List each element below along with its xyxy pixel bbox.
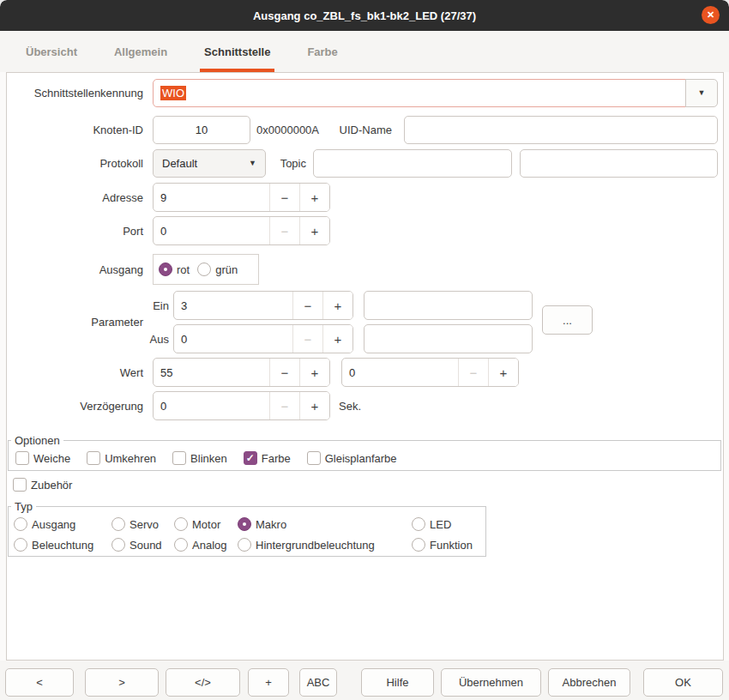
checkbox-weiche[interactable]: Weiche [15,451,70,465]
adresse-increment-button[interactable]: + [299,184,329,211]
verzoegerung-increment-button[interactable]: + [299,392,329,419]
radio-label: Analog [192,539,226,552]
verzoegerung-spinbutton[interactable]: 0 − + [153,391,330,420]
adresse-value[interactable]: 9 [154,184,269,211]
schnittstellenkennung-value: WIO [160,86,186,100]
radio-beleuchtung[interactable]: Beleuchtung [14,538,111,552]
parameter-ein-increment-button[interactable]: + [322,292,352,319]
parameter-more-button[interactable]: ... [542,305,593,335]
wert-value-1[interactable]: 55 [154,359,269,386]
abc-button[interactable]: ABC [299,668,337,697]
parameter-ein-value[interactable]: 3 [174,292,292,319]
checkbox-blinken[interactable]: Blinken [172,451,227,465]
abbrechen-button[interactable]: Abbrechen [548,668,630,697]
adresse-spinbutton[interactable]: 9 − + [153,183,330,212]
adresse-decrement-button[interactable]: − [269,184,299,211]
checkbox-farbe[interactable]: ✓ Farbe [244,451,291,465]
hilfe-button[interactable]: Hilfe [361,668,434,697]
parameter-aus-label: Aus [117,324,169,353]
radio-icon [14,538,27,552]
wert-spinbutton-1[interactable]: 55 − + [153,358,330,387]
verzoegerung-value[interactable]: 0 [154,392,269,419]
ok-button[interactable]: OK [643,668,723,697]
knoten-id-input[interactable]: 10 [153,116,250,144]
prev-button[interactable]: < [5,668,74,697]
radio-motor[interactable]: Motor [174,517,238,531]
checkbox-zubehoer[interactable]: Zubehör [13,478,72,492]
checkbox-gleisplanfarbe[interactable]: Gleisplanfarbe [307,451,397,465]
uebernehmen-button[interactable]: Übernehmen [441,668,541,697]
tab-uebersicht[interactable]: Übersicht [21,31,81,72]
parameter-aus-spinbutton[interactable]: 0 − + [173,324,353,353]
optionen-legend: Optionen [11,434,63,447]
radio-icon [174,538,188,552]
radio-sound[interactable]: Sound [111,538,174,552]
checkbox-umkehren[interactable]: Umkehren [87,451,156,465]
wert-1-increment-button[interactable]: + [299,359,329,386]
port-spinbutton[interactable]: 0 − + [153,216,330,245]
uid-name-input[interactable] [404,116,718,144]
minus-icon: − [470,365,478,380]
radio-label: Motor [192,518,220,531]
wert-value-2[interactable]: 0 [342,359,458,386]
tab-schnittstelle[interactable]: Schnittstelle [200,31,274,72]
knoten-id-label: Knoten-ID [7,116,143,144]
wert-spinbutton-2[interactable]: 0 − + [341,358,519,387]
radio-led[interactable]: LED [412,517,473,531]
ausgang-radio-group: rot grün [153,254,259,285]
uid-name-label: UID-Name [326,116,392,144]
wert-2-decrement-button[interactable]: − [458,359,488,386]
radio-servo[interactable]: Servo [111,517,174,531]
radio-label: Funktion [430,539,473,552]
close-button[interactable]: ✕ [702,6,720,24]
window-title: Ausgang co_ZBL_fs_bk1-bk2_LED (27/37) [253,9,476,22]
radio-label: grün [215,263,238,276]
tab-allgemein[interactable]: Allgemein [110,31,172,72]
port-increment-button[interactable]: + [299,217,329,244]
topic-extra-input[interactable] [520,149,718,178]
port-decrement-button[interactable]: − [269,217,299,244]
wert-label: Wert [7,358,143,387]
typ-legend: Typ [11,500,36,513]
parameter-ein-spinbutton[interactable]: 3 − + [173,291,353,320]
radio-label: Ausgang [32,518,75,531]
checkbox-checked-icon: ✓ [244,451,257,465]
parameter-ein-text-input[interactable] [364,291,533,320]
radio-icon [111,517,125,531]
wert-1-decrement-button[interactable]: − [269,359,299,386]
radio-analog[interactable]: Analog [174,538,238,552]
parameter-aus-value[interactable]: 0 [174,325,292,353]
verzoegerung-decrement-button[interactable]: − [269,392,299,419]
radio-funktion[interactable]: Funktion [412,538,473,552]
topic-input[interactable] [313,149,512,178]
titlebar[interactable]: Ausgang co_ZBL_fs_bk1-bk2_LED (27/37) ✕ [0,0,729,31]
schnittstellenkennung-label: Schnittstellenkennung [7,79,143,107]
schnittstellenkennung-input[interactable]: WIO [153,79,686,107]
radio-icon [197,262,211,276]
radio-label: Makro [256,518,286,531]
minus-icon: − [304,299,312,313]
parameter-aus-text-input[interactable] [364,324,533,353]
knoten-id-value: 10 [196,124,208,136]
parameter-aus-increment-button[interactable]: + [322,325,352,353]
wert-2-increment-button[interactable]: + [488,359,518,386]
code-button[interactable]: </> [166,668,240,697]
radio-rot[interactable]: rot [159,262,190,276]
radio-label: rot [177,263,190,276]
checkbox-icon [87,451,100,465]
plus-icon: + [311,399,319,413]
parameter-ein-decrement-button[interactable]: − [292,292,322,319]
schnittstellenkennung-dropdown-button[interactable]: ▼ [685,79,718,107]
chevron-down-icon: ▼ [698,89,706,97]
protokoll-dropdown[interactable]: Default ▼ [153,149,266,178]
radio-label: LED [430,518,451,531]
radio-ausgang[interactable]: Ausgang [14,517,111,531]
port-value[interactable]: 0 [154,217,269,244]
next-button[interactable]: > [85,668,159,697]
parameter-aus-decrement-button[interactable]: − [292,325,322,353]
radio-hintergrundbeleuchtung[interactable]: Hintergrundbeleuchtung [238,538,412,552]
radio-gruen[interactable]: grün [197,262,238,276]
tab-farbe[interactable]: Farbe [303,31,341,72]
radio-makro[interactable]: Makro [238,517,412,531]
add-button[interactable]: + [248,668,289,697]
